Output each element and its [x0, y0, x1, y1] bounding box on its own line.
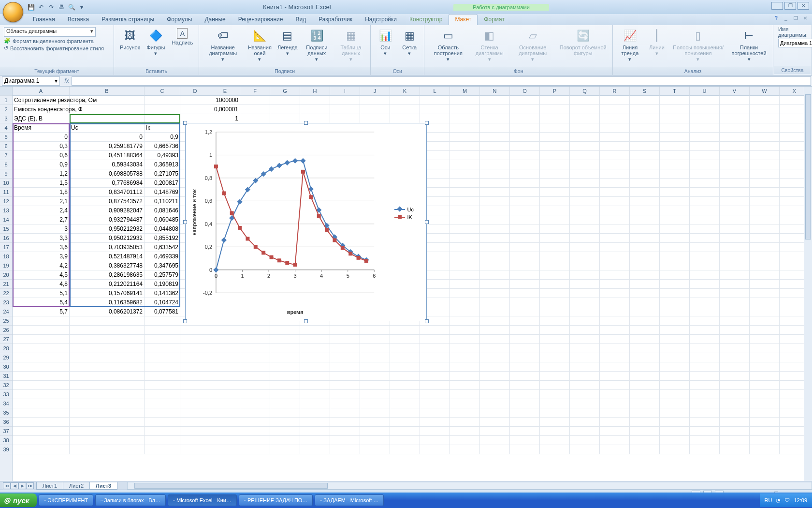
cell[interactable] [510, 436, 540, 445]
cell[interactable] [300, 445, 330, 454]
cell[interactable] [750, 169, 780, 179]
cell[interactable]: 0,932794487 [70, 215, 145, 224]
row-header[interactable]: 16 [0, 234, 12, 243]
cell[interactable] [510, 353, 540, 362]
cell[interactable] [750, 133, 780, 142]
cell[interactable]: 3,6 [13, 243, 70, 252]
cell[interactable] [750, 298, 780, 307]
cell[interactable] [660, 105, 690, 114]
cell[interactable] [690, 307, 720, 316]
reset-style-button[interactable]: ↺ Восстановить форматирование стиля [4, 45, 110, 51]
cell[interactable] [690, 418, 720, 427]
cell[interactable] [750, 307, 780, 316]
cell[interactable] [390, 353, 420, 362]
close-button[interactable]: ✕ [798, 2, 809, 10]
cell[interactable] [145, 335, 180, 344]
cell[interactable] [750, 326, 780, 335]
cell[interactable] [480, 169, 510, 179]
row-header[interactable]: 17 [0, 243, 12, 252]
cell[interactable] [300, 372, 330, 381]
cell[interactable] [450, 197, 480, 206]
cell[interactable] [630, 362, 660, 372]
cell[interactable] [600, 252, 630, 261]
cell[interactable] [720, 206, 750, 215]
chart-legend[interactable]: Uc IK [394, 205, 414, 222]
cell[interactable] [720, 224, 750, 234]
resize-handle[interactable] [425, 319, 429, 323]
cell[interactable] [240, 436, 270, 445]
cell[interactable] [210, 353, 240, 362]
cell[interactable] [145, 96, 180, 105]
cell[interactable] [510, 224, 540, 234]
cell[interactable] [660, 280, 690, 289]
cell[interactable] [450, 224, 480, 234]
resize-handle[interactable] [425, 220, 429, 224]
row-header[interactable]: 2 [0, 105, 12, 114]
data-table-button[interactable]: ▦Таблица данных▾ [335, 27, 366, 63]
cell[interactable] [600, 418, 630, 427]
cell[interactable] [720, 307, 750, 316]
cell[interactable]: 0,950212932 [70, 224, 145, 234]
cell[interactable] [600, 408, 630, 418]
cell[interactable] [690, 206, 720, 215]
cell[interactable]: ЭДС (E), В [13, 114, 70, 123]
legend-button[interactable]: ▤Легенда▾ [277, 27, 298, 58]
cell[interactable] [540, 289, 570, 298]
cell[interactable] [270, 344, 300, 353]
cell[interactable] [540, 188, 570, 197]
cell[interactable]: 0,703935053 [70, 243, 145, 252]
cell[interactable] [450, 142, 480, 151]
cell[interactable] [630, 261, 660, 270]
cell[interactable] [720, 298, 750, 307]
cell[interactable] [600, 445, 630, 454]
cell[interactable] [660, 408, 690, 418]
error-bars-button[interactable]: ⊢Планки погрешностей▾ [729, 27, 769, 63]
cell[interactable]: 0,271075 [145, 169, 180, 179]
cell[interactable] [240, 335, 270, 344]
cell[interactable] [450, 114, 480, 123]
cell[interactable] [145, 390, 180, 399]
cell[interactable] [690, 326, 720, 335]
cell[interactable]: 0,698805788 [70, 169, 145, 179]
row-header[interactable]: 25 [0, 316, 12, 326]
row-header[interactable]: 1 [0, 96, 12, 105]
cell[interactable] [360, 427, 390, 436]
cell[interactable] [300, 335, 330, 344]
cell[interactable]: 2,7 [13, 215, 70, 224]
cell[interactable] [450, 270, 480, 280]
cell[interactable] [630, 381, 660, 390]
cell[interactable] [600, 160, 630, 169]
data-labels-button[interactable]: 🔢Подписи данных▾ [301, 27, 333, 63]
cell[interactable] [750, 105, 780, 114]
row-header[interactable]: 6 [0, 142, 12, 151]
cell[interactable] [145, 381, 180, 390]
col-header[interactable]: P [540, 87, 570, 96]
cell[interactable] [13, 381, 70, 390]
cell[interactable] [480, 418, 510, 427]
cell[interactable]: 4,5 [13, 270, 70, 280]
cell[interactable]: 0,148769 [145, 188, 180, 197]
insert-picture-button[interactable]: 🖼Рисунок [118, 27, 142, 51]
cell[interactable] [570, 151, 600, 160]
chart-title-button[interactable]: 🏷Название диаграммы▾ [203, 27, 243, 63]
row-header[interactable]: 32 [0, 381, 12, 390]
cell[interactable] [300, 326, 330, 335]
cell[interactable] [600, 234, 630, 243]
cell[interactable] [450, 252, 480, 261]
cell[interactable] [630, 188, 660, 197]
col-header[interactable]: K [390, 87, 420, 96]
cell[interactable] [145, 408, 180, 418]
cell[interactable] [630, 298, 660, 307]
cell[interactable] [510, 206, 540, 215]
cell[interactable] [690, 160, 720, 169]
cell[interactable] [690, 188, 720, 197]
cell[interactable] [570, 105, 600, 114]
tab-Формат[interactable]: Формат [478, 14, 511, 25]
formula-input[interactable] [72, 76, 811, 86]
cell[interactable] [480, 307, 510, 316]
cell[interactable] [480, 160, 510, 169]
tab-Вид[interactable]: Вид [289, 14, 312, 25]
axes-button[interactable]: 📊Оси▾ [375, 27, 396, 58]
cell[interactable] [750, 270, 780, 280]
cell[interactable] [480, 215, 510, 224]
